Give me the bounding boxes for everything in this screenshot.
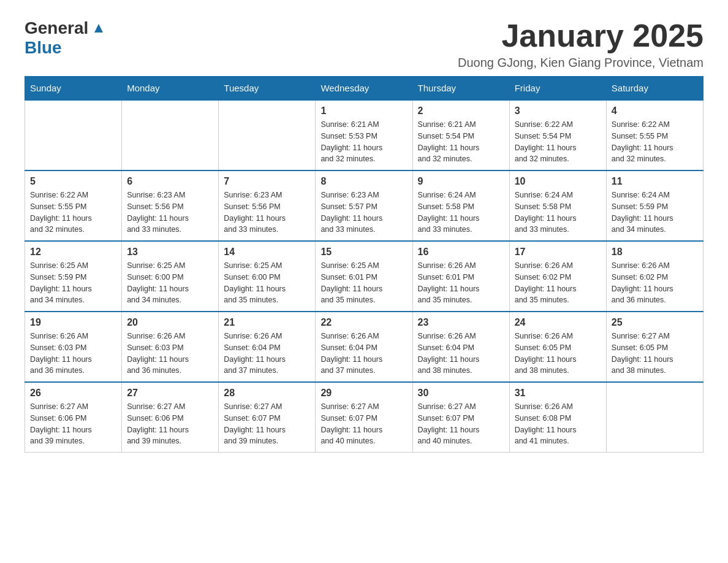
calendar-cell: 15Sunrise: 6:25 AMSunset: 6:01 PMDayligh… (316, 241, 412, 312)
day-info: Sunrise: 6:26 AMSunset: 6:01 PMDaylight:… (418, 260, 504, 306)
calendar-week-row-5: 26Sunrise: 6:27 AMSunset: 6:06 PMDayligh… (25, 382, 703, 453)
calendar-cell: 23Sunrise: 6:26 AMSunset: 6:04 PMDayligh… (412, 312, 509, 382)
calendar-cell: 3Sunrise: 6:22 AMSunset: 5:54 PMDaylight… (509, 100, 606, 170)
day-info: Sunrise: 6:27 AMSunset: 6:07 PMDaylight:… (224, 401, 310, 447)
calendar-header-thursday: Thursday (412, 77, 509, 101)
calendar-cell: 25Sunrise: 6:27 AMSunset: 6:05 PMDayligh… (606, 312, 703, 382)
calendar-cell (606, 382, 703, 453)
calendar-cell: 20Sunrise: 6:26 AMSunset: 6:03 PMDayligh… (122, 312, 219, 382)
day-number: 23 (418, 317, 504, 328)
calendar-cell: 30Sunrise: 6:27 AMSunset: 6:07 PMDayligh… (412, 382, 509, 453)
day-info: Sunrise: 6:26 AMSunset: 6:04 PMDaylight:… (320, 331, 407, 377)
day-info: Sunrise: 6:24 AMSunset: 5:58 PMDaylight:… (515, 190, 601, 236)
svg-marker-0 (94, 24, 103, 33)
day-number: 18 (612, 247, 698, 258)
day-info: Sunrise: 6:24 AMSunset: 5:59 PMDaylight:… (612, 190, 698, 236)
day-number: 9 (418, 176, 504, 187)
day-number: 10 (515, 176, 601, 187)
calendar-header-monday: Monday (122, 77, 219, 101)
logo: General Blue (25, 18, 105, 58)
calendar-header-saturday: Saturday (606, 77, 703, 101)
calendar-cell: 9Sunrise: 6:24 AMSunset: 5:58 PMDaylight… (412, 170, 509, 241)
month-title: January 2025 (458, 18, 703, 53)
day-number: 3 (515, 105, 601, 117)
logo-general-text: General (25, 18, 88, 38)
day-number: 27 (127, 388, 213, 399)
calendar-week-row-2: 5Sunrise: 6:22 AMSunset: 5:55 PMDaylight… (25, 170, 703, 241)
day-number: 13 (127, 247, 213, 258)
day-info: Sunrise: 6:23 AMSunset: 5:56 PMDaylight:… (127, 190, 213, 236)
calendar-header-sunday: Sunday (25, 77, 122, 101)
calendar-cell: 31Sunrise: 6:26 AMSunset: 6:08 PMDayligh… (509, 382, 606, 453)
calendar-week-row-4: 19Sunrise: 6:26 AMSunset: 6:03 PMDayligh… (25, 312, 703, 382)
calendar-cell: 7Sunrise: 6:23 AMSunset: 5:56 PMDaylight… (219, 170, 316, 241)
day-info: Sunrise: 6:26 AMSunset: 6:05 PMDaylight:… (515, 331, 601, 377)
calendar-cell: 5Sunrise: 6:22 AMSunset: 5:55 PMDaylight… (25, 170, 122, 241)
day-info: Sunrise: 6:25 AMSunset: 6:01 PMDaylight:… (320, 260, 407, 306)
day-info: Sunrise: 6:27 AMSunset: 6:06 PMDaylight:… (127, 401, 213, 447)
calendar-cell: 14Sunrise: 6:25 AMSunset: 6:00 PMDayligh… (219, 241, 316, 312)
page-header: General Blue January 2025 Duong GJong, K… (25, 18, 703, 70)
day-number: 17 (515, 247, 601, 258)
day-info: Sunrise: 6:26 AMSunset: 6:08 PMDaylight:… (515, 401, 601, 447)
calendar-cell (219, 100, 316, 170)
calendar-cell: 12Sunrise: 6:25 AMSunset: 5:59 PMDayligh… (25, 241, 122, 312)
day-number: 20 (127, 317, 213, 328)
calendar-cell (122, 100, 219, 170)
day-number: 16 (418, 247, 504, 258)
day-info: Sunrise: 6:24 AMSunset: 5:58 PMDaylight:… (418, 190, 504, 236)
day-info: Sunrise: 6:22 AMSunset: 5:54 PMDaylight:… (515, 119, 601, 165)
day-number: 19 (30, 317, 116, 328)
day-number: 5 (30, 176, 116, 187)
day-number: 1 (320, 105, 407, 117)
day-info: Sunrise: 6:25 AMSunset: 6:00 PMDaylight:… (127, 260, 213, 306)
calendar-cell: 13Sunrise: 6:25 AMSunset: 6:00 PMDayligh… (122, 241, 219, 312)
calendar-cell: 11Sunrise: 6:24 AMSunset: 5:59 PMDayligh… (606, 170, 703, 241)
calendar-cell: 6Sunrise: 6:23 AMSunset: 5:56 PMDaylight… (122, 170, 219, 241)
day-info: Sunrise: 6:27 AMSunset: 6:05 PMDaylight:… (612, 331, 698, 377)
calendar-header-tuesday: Tuesday (219, 77, 316, 101)
calendar-week-row-1: 1Sunrise: 6:21 AMSunset: 5:53 PMDaylight… (25, 100, 703, 170)
calendar-cell: 16Sunrise: 6:26 AMSunset: 6:01 PMDayligh… (412, 241, 509, 312)
day-info: Sunrise: 6:26 AMSunset: 6:02 PMDaylight:… (612, 260, 698, 306)
calendar-cell: 18Sunrise: 6:26 AMSunset: 6:02 PMDayligh… (606, 241, 703, 312)
day-number: 12 (30, 247, 116, 258)
day-number: 21 (224, 317, 310, 328)
day-number: 7 (224, 176, 310, 187)
calendar-cell: 21Sunrise: 6:26 AMSunset: 6:04 PMDayligh… (219, 312, 316, 382)
day-info: Sunrise: 6:23 AMSunset: 5:56 PMDaylight:… (224, 190, 310, 236)
logo-triangle-icon (92, 21, 105, 35)
day-info: Sunrise: 6:27 AMSunset: 6:07 PMDaylight:… (320, 401, 407, 447)
day-info: Sunrise: 6:22 AMSunset: 5:55 PMDaylight:… (30, 190, 116, 236)
day-number: 25 (612, 317, 698, 328)
calendar-cell: 2Sunrise: 6:21 AMSunset: 5:54 PMDaylight… (412, 100, 509, 170)
day-number: 24 (515, 317, 601, 328)
day-info: Sunrise: 6:27 AMSunset: 6:07 PMDaylight:… (418, 401, 504, 447)
logo-blue-text: Blue (25, 38, 62, 58)
calendar-header-row: SundayMondayTuesdayWednesdayThursdayFrid… (25, 77, 703, 101)
location-text: Duong GJong, Kien Giang Province, Vietna… (458, 56, 703, 70)
day-info: Sunrise: 6:25 AMSunset: 6:00 PMDaylight:… (224, 260, 310, 306)
calendar-cell: 17Sunrise: 6:26 AMSunset: 6:02 PMDayligh… (509, 241, 606, 312)
calendar-cell: 19Sunrise: 6:26 AMSunset: 6:03 PMDayligh… (25, 312, 122, 382)
day-number: 14 (224, 247, 310, 258)
day-info: Sunrise: 6:26 AMSunset: 6:04 PMDaylight:… (224, 331, 310, 377)
calendar-header-friday: Friday (509, 77, 606, 101)
day-number: 4 (612, 105, 698, 117)
day-number: 30 (418, 388, 504, 399)
day-number: 11 (612, 176, 698, 187)
day-info: Sunrise: 6:26 AMSunset: 6:03 PMDaylight:… (30, 331, 116, 377)
day-info: Sunrise: 6:23 AMSunset: 5:57 PMDaylight:… (320, 190, 407, 236)
day-info: Sunrise: 6:26 AMSunset: 6:02 PMDaylight:… (515, 260, 601, 306)
calendar-cell: 8Sunrise: 6:23 AMSunset: 5:57 PMDaylight… (316, 170, 412, 241)
calendar-cell: 4Sunrise: 6:22 AMSunset: 5:55 PMDaylight… (606, 100, 703, 170)
calendar-header-wednesday: Wednesday (316, 77, 412, 101)
day-info: Sunrise: 6:22 AMSunset: 5:55 PMDaylight:… (612, 119, 698, 165)
day-info: Sunrise: 6:21 AMSunset: 5:54 PMDaylight:… (418, 119, 504, 165)
calendar-cell (25, 100, 122, 170)
day-info: Sunrise: 6:27 AMSunset: 6:06 PMDaylight:… (30, 401, 116, 447)
day-number: 8 (320, 176, 407, 187)
day-info: Sunrise: 6:26 AMSunset: 6:03 PMDaylight:… (127, 331, 213, 377)
day-info: Sunrise: 6:26 AMSunset: 6:04 PMDaylight:… (418, 331, 504, 377)
calendar-cell: 26Sunrise: 6:27 AMSunset: 6:06 PMDayligh… (25, 382, 122, 453)
